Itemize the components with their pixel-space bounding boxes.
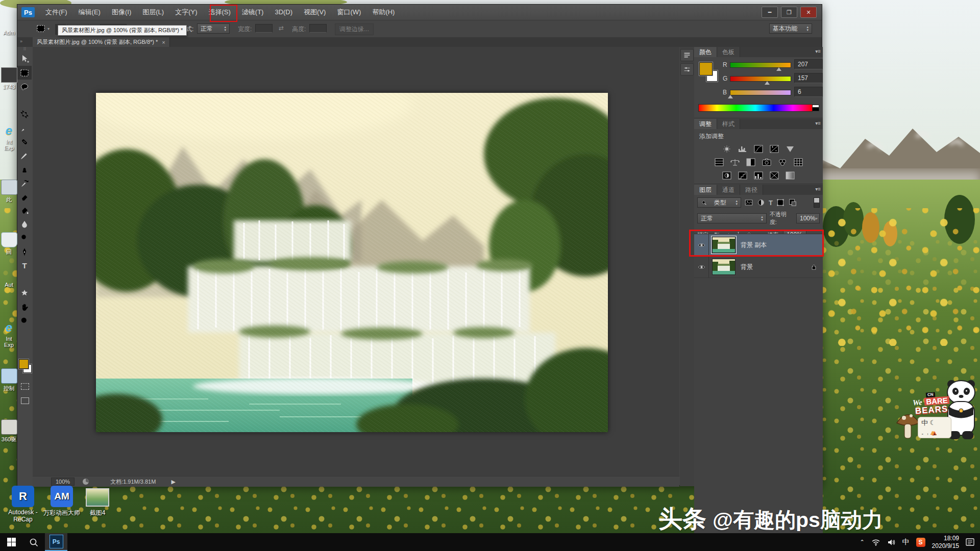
tab-styles[interactable]: 样式	[717, 119, 740, 129]
curves-adjustment[interactable]	[752, 144, 765, 154]
healing-brush-tool[interactable]	[17, 135, 32, 148]
menu-type[interactable]: 文字(Y)	[169, 5, 203, 20]
layer-thumbnail[interactable]	[712, 259, 736, 275]
move-tool[interactable]	[17, 52, 32, 66]
tab-close-icon[interactable]: ×	[162, 39, 165, 45]
lasso-tool[interactable]	[17, 80, 32, 93]
desktop-icon-autodesk[interactable]: Aut	[1, 282, 17, 288]
exposure-adjustment[interactable]	[768, 144, 781, 154]
status-flyout-icon[interactable]: ▶	[171, 479, 175, 485]
brush-tool[interactable]	[17, 148, 32, 162]
foreground-color-swatch[interactable]	[19, 359, 29, 369]
pen-tool[interactable]	[17, 245, 32, 259]
b-channel-slider[interactable]	[730, 90, 791, 95]
menu-filter[interactable]: 滤镜(T)	[236, 5, 270, 20]
quick-selection-tool[interactable]	[17, 93, 32, 107]
tab-adjustments[interactable]: 调整	[694, 119, 717, 129]
layer-row-background[interactable]: 背景	[694, 256, 823, 278]
quick-mask-button[interactable]	[18, 380, 32, 393]
layer-name[interactable]: 背景	[741, 263, 753, 271]
width-input[interactable]	[255, 24, 273, 33]
eyedropper-tool[interactable]	[17, 121, 32, 135]
visibility-toggle[interactable]	[694, 256, 709, 278]
desktop-icon-recycle[interactable]: 回	[1, 232, 17, 256]
menu-file[interactable]: 文件(F)	[40, 5, 73, 20]
screen-mode-button[interactable]	[18, 394, 32, 408]
volume-icon[interactable]	[887, 539, 896, 546]
hue-saturation-adjustment[interactable]	[713, 157, 726, 167]
sogou-icon[interactable]: S	[916, 538, 925, 547]
rectangular-marquee-tool[interactable]	[17, 66, 32, 80]
layer-filter-toggle[interactable]	[814, 197, 820, 208]
levels-adjustment[interactable]	[736, 144, 749, 154]
toolbar-grip[interactable]: ⠿	[17, 47, 33, 52]
r-channel-slider[interactable]	[730, 62, 791, 68]
hand-tool[interactable]	[17, 300, 32, 314]
desktop-icon-thispc[interactable]: 此	[1, 180, 17, 204]
panel-collapse-icon[interactable]: »	[20, 39, 22, 44]
panel-menu-icon[interactable]: ▾≡	[815, 186, 821, 192]
menu-view[interactable]: 视图(V)	[298, 5, 331, 20]
dodge-tool[interactable]	[17, 231, 32, 245]
photo-filter-adjustment[interactable]	[760, 157, 773, 167]
gradient-tool[interactable]	[17, 204, 32, 217]
desktop-icon-recap[interactable]: R Autodesk - ReCap	[1, 486, 45, 523]
desktop-icon-photo[interactable]: 1743	[1, 67, 17, 90]
color-lookup-adjustment[interactable]	[792, 157, 805, 167]
menu-edit[interactable]: 编辑(E)	[73, 5, 106, 20]
filter-adjustment-layers-icon[interactable]	[756, 198, 766, 207]
close-button[interactable]: ✕	[800, 7, 817, 18]
desktop-icon-screenshot[interactable]: 截图4	[76, 488, 119, 517]
taskbar-photoshop-button[interactable]: Ps	[45, 533, 67, 551]
black-white-adjustment[interactable]	[744, 157, 757, 167]
gradient-map-adjustment[interactable]	[768, 170, 781, 181]
document-image[interactable]	[96, 93, 608, 432]
brightness-contrast-adjustment[interactable]	[720, 144, 733, 154]
ime-indicator[interactable]: 中	[902, 538, 910, 547]
tab-paths[interactable]: 路径	[740, 185, 763, 195]
workspace-switcher[interactable]: 基本功能▴▾	[769, 23, 812, 34]
blend-mode-dropdown[interactable]: 正常▴▾	[697, 213, 767, 223]
refine-edge-button[interactable]: 调整边缘...	[335, 23, 374, 35]
tab-layers[interactable]: 图层	[694, 185, 717, 195]
tab-swatches[interactable]: 色板	[717, 47, 740, 57]
eraser-tool[interactable]	[17, 190, 32, 204]
desktop-icon-ie2[interactable]: e IntExp	[1, 320, 17, 348]
menu-3d[interactable]: 3D(D)	[269, 5, 298, 20]
minimize-button[interactable]: ━	[762, 7, 778, 18]
menu-image[interactable]: 图像(I)	[106, 5, 137, 20]
threshold-adjustment[interactable]	[752, 170, 765, 181]
g-channel-value[interactable]: 157	[794, 73, 823, 83]
path-selection-tool[interactable]	[17, 272, 32, 286]
taskbar-search-button[interactable]	[22, 533, 45, 551]
tab-channels[interactable]: 通道	[717, 185, 740, 195]
invert-adjustment[interactable]	[720, 170, 733, 181]
panel-menu-icon[interactable]: ▾≡	[815, 120, 821, 126]
tool-preset[interactable]: ▾	[36, 23, 50, 34]
b-channel-value[interactable]: 6	[794, 87, 823, 97]
zoom-tool[interactable]	[17, 314, 32, 328]
taskbar-clock[interactable]: 18:09 2020/9/15	[932, 535, 959, 550]
g-channel-slider[interactable]	[730, 76, 791, 82]
filter-smart-objects-icon[interactable]	[788, 198, 797, 207]
clone-stamp-tool[interactable]	[17, 162, 32, 176]
action-center-icon[interactable]	[966, 538, 975, 546]
tab-color[interactable]: 颜色	[694, 47, 717, 57]
filter-shape-layers-icon[interactable]	[776, 198, 785, 207]
zoom-level[interactable]: 100%	[51, 478, 75, 486]
type-tool[interactable]: T	[17, 259, 32, 272]
style-dropdown[interactable]: 正常▴▾	[197, 23, 230, 34]
panel-menu-icon[interactable]: ▾≡	[815, 48, 821, 54]
document-tab[interactable]: 风景素材图片.jpg @ 100% (背景 副本, RGB/8*) * ×	[33, 37, 170, 47]
color-spectrum-ramp[interactable]	[698, 104, 813, 112]
menu-window[interactable]: 窗口(W)	[331, 5, 366, 20]
r-channel-value[interactable]: 207	[794, 59, 823, 69]
start-button[interactable]	[0, 533, 22, 551]
filter-pixel-layers-icon[interactable]	[744, 198, 753, 207]
desktop-icon-controlpanel[interactable]: 控制	[1, 368, 17, 392]
desktop-icon-360[interactable]: 360驱	[1, 419, 17, 443]
custom-shape-tool[interactable]	[17, 286, 32, 300]
layer-filter-dropdown[interactable]: 类型▴▾	[697, 197, 741, 208]
black-ramp-chip[interactable]	[812, 107, 819, 111]
vibrance-adjustment[interactable]	[783, 144, 797, 154]
